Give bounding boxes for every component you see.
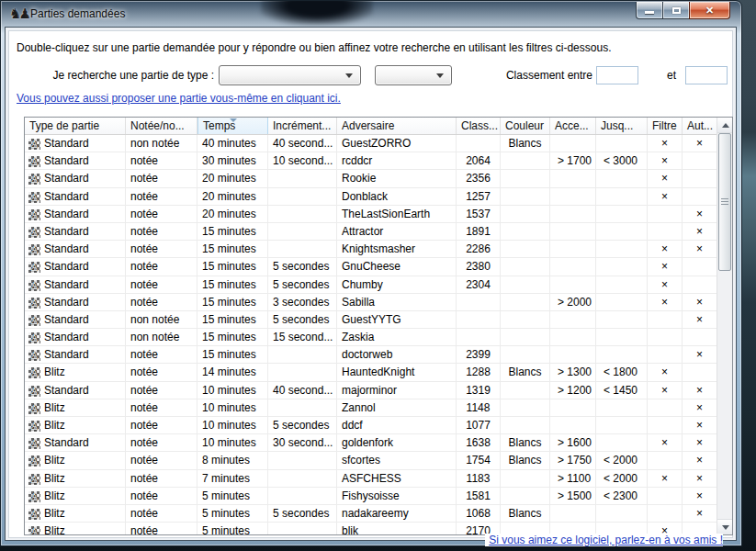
vertical-scrollbar[interactable] bbox=[717, 118, 732, 534]
rating-max-input[interactable] bbox=[685, 66, 728, 84]
share-link[interactable]: Si vous aimez ce logiciel, parlez-en à v… bbox=[485, 534, 723, 546]
chess-piece-icon: ♙ bbox=[28, 139, 40, 150]
table-row[interactable]: ♙Standardnotée10 minutes40 second...majo… bbox=[25, 382, 718, 399]
cell-filtre bbox=[648, 505, 683, 522]
cell-adversaire: sfcortes bbox=[337, 452, 457, 468]
col-header-notee[interactable]: Notée/no... bbox=[126, 118, 197, 134]
cell-notee: notée bbox=[126, 382, 197, 399]
table-row[interactable]: ♙Blitznotée7 minutesASFCHESS1183> 1100< … bbox=[25, 470, 718, 488]
cell-autre: × bbox=[683, 135, 717, 152]
col-header-increment[interactable]: Incrément... bbox=[268, 118, 337, 134]
cell-increment bbox=[268, 470, 337, 487]
cell-adversaire: Rookie bbox=[337, 170, 457, 186]
cell-jusqua bbox=[596, 311, 648, 328]
col-header-accepte[interactable]: Acce... bbox=[550, 118, 596, 134]
table-row[interactable]: ♙Standardnotée20 minutesRookie2356× bbox=[25, 170, 718, 187]
table-row[interactable]: ♙Blitznotée5 minutes5 secondesnadakareem… bbox=[25, 505, 718, 523]
game-type-label: Blitz bbox=[44, 454, 65, 467]
col-header-temps[interactable]: Temps bbox=[197, 118, 268, 134]
cell-jusqua bbox=[596, 188, 648, 205]
glass-reflection bbox=[261, 1, 373, 25]
cell-couleur bbox=[501, 170, 550, 186]
cell-type: ♙Blitz bbox=[25, 505, 126, 522]
table-row[interactable]: ♙Standardnotée15 minutesAttractor1891× bbox=[25, 223, 718, 241]
table-row[interactable]: ♙Standardnotée15 minutes5 secondesGnuChe… bbox=[25, 258, 718, 276]
table-row[interactable]: ♙Standardnotée20 minutesTheLastSionEarth… bbox=[25, 206, 718, 223]
col-header-classement[interactable]: Class... bbox=[457, 118, 501, 134]
table-row[interactable]: ♙Standardnotée15 minutesKnightsmasher228… bbox=[25, 241, 718, 258]
cell-classement bbox=[457, 294, 501, 310]
col-header-type[interactable]: Type de partie bbox=[25, 118, 126, 134]
col-header-adversaire[interactable]: Adversaire bbox=[337, 118, 457, 134]
cell-accepte: > 1600 bbox=[550, 434, 596, 451]
type-combobox[interactable] bbox=[219, 65, 361, 85]
cell-increment bbox=[268, 188, 337, 205]
chess-piece-icon: ♙ bbox=[28, 526, 40, 535]
cell-jusqua bbox=[596, 170, 648, 186]
chess-piece-icon: ♙ bbox=[28, 367, 40, 378]
propose-game-link[interactable]: Vous pouvez aussi proposer une partie vo… bbox=[17, 92, 341, 105]
cell-temps: 5 minutes bbox=[197, 488, 268, 504]
table-row[interactable]: ♙Standardnotée20 minutesDonblack1257× bbox=[25, 188, 718, 206]
cell-jusqua bbox=[596, 223, 648, 240]
cell-type: ♙Standard bbox=[25, 135, 126, 152]
col-header-couleur[interactable]: Couleur bbox=[501, 118, 550, 134]
game-type-label: Standard bbox=[44, 331, 89, 343]
chess-piece-icon: ♙ bbox=[28, 209, 40, 220]
col-header-autre[interactable]: Aut... bbox=[683, 118, 717, 134]
cell-adversaire: GnuCheese bbox=[337, 258, 457, 275]
cell-couleur: Blancs bbox=[501, 434, 550, 451]
close-button[interactable]: ✕ bbox=[689, 2, 730, 19]
scroll-down-button[interactable] bbox=[717, 519, 733, 534]
cell-couleur bbox=[501, 329, 550, 345]
table-row[interactable]: ♙Standardnon notée40 minutes40 second...… bbox=[25, 135, 718, 152]
cell-filtre bbox=[648, 399, 683, 416]
rating-min-input[interactable] bbox=[596, 66, 638, 84]
cell-filtre bbox=[648, 329, 683, 345]
cell-notee: notée bbox=[126, 505, 197, 522]
table-row[interactable]: ♙Standardnon notée15 minutes15 second...… bbox=[25, 329, 718, 346]
table-row[interactable]: ♙Blitznotée5 minutesFishysoisse1581> 150… bbox=[25, 488, 718, 505]
minimize-button[interactable] bbox=[636, 2, 663, 19]
cell-autre: × bbox=[683, 399, 717, 416]
cell-classement bbox=[457, 329, 501, 345]
cell-autre: × bbox=[683, 417, 717, 433]
table-row[interactable]: ♙Standardnotée15 minutes5 secondesChumby… bbox=[25, 276, 718, 294]
table-row[interactable]: ♙Standardnon notée15 minutes5 secondesGu… bbox=[25, 311, 718, 329]
cell-autre: × bbox=[683, 434, 717, 451]
type-filter-label: Je recherche une partie de type : bbox=[18, 69, 214, 82]
table-row[interactable]: ♙Standardnotée15 minutesdoctorweb2399× bbox=[25, 346, 718, 364]
title-bar[interactable]: ♞♟ Parties demandées bbox=[1, 1, 741, 27]
scrollbar-thumb[interactable] bbox=[718, 133, 731, 271]
chess-piece-icon: ♙ bbox=[28, 315, 40, 326]
cell-classement: 1257 bbox=[457, 188, 501, 205]
table-row[interactable]: ♙Blitznotée8 minutessfcortes1754Blancs> … bbox=[25, 452, 718, 469]
table-row[interactable]: ♙Blitznotée10 minutesZannol1148× bbox=[25, 399, 718, 417]
maximize-button[interactable] bbox=[662, 2, 690, 19]
game-type-label: Standard bbox=[44, 384, 89, 397]
chess-piece-icon: ♙ bbox=[28, 474, 40, 485]
scroll-up-button[interactable] bbox=[717, 118, 733, 133]
cell-type: ♙Blitz bbox=[25, 523, 126, 535]
col-header-jusqua[interactable]: Jusq... bbox=[596, 118, 648, 134]
cell-adversaire: doctorweb bbox=[337, 346, 457, 363]
table-row[interactable]: ♙Standardnotée10 minutes30 second...gold… bbox=[25, 434, 718, 452]
table-row[interactable]: ♙Blitznotée10 minutes5 secondesddcf1077× bbox=[25, 417, 718, 434]
cell-type: ♙Standard bbox=[25, 311, 126, 328]
cell-accepte bbox=[550, 311, 596, 328]
table-row[interactable]: ♙Standardnotée15 minutes3 secondesSabill… bbox=[25, 294, 718, 311]
cell-notee: notée bbox=[126, 399, 197, 416]
type-secondary-combobox[interactable] bbox=[375, 65, 452, 85]
cell-temps: 30 minutes bbox=[197, 152, 268, 169]
table-row[interactable]: ♙Blitznotée14 minutesHauntedKnight1288Bl… bbox=[25, 364, 718, 381]
cell-notee: non notée bbox=[126, 135, 197, 152]
cell-accepte bbox=[550, 241, 596, 257]
game-type-label: Blitz bbox=[44, 472, 65, 485]
col-header-filtre[interactable]: Filtre bbox=[648, 118, 683, 134]
cell-autre: × bbox=[683, 488, 717, 504]
chess-piece-icon: ♙ bbox=[28, 491, 40, 502]
instructions-text: Double-cliquez sur une partie demandée p… bbox=[17, 41, 611, 54]
table-row[interactable]: ♙Standardnotée30 minutes10 second...rcdd… bbox=[25, 152, 718, 170]
cell-filtre: × bbox=[648, 470, 683, 487]
cell-couleur bbox=[501, 346, 550, 363]
